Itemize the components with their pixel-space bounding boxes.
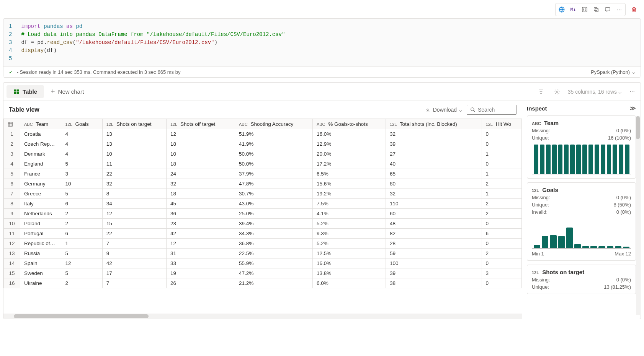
table-row[interactable]: 12Republic of…171236.8%5.2%280 xyxy=(4,239,522,249)
cell: Poland xyxy=(20,219,61,229)
column-header[interactable]: 12L Hit Wo xyxy=(482,119,521,129)
cell: 10 xyxy=(61,179,102,189)
search-input[interactable] xyxy=(478,107,513,113)
cell: 19.2% xyxy=(312,189,386,199)
data-table: ABC Team12L Goals12L Shots on target12L … xyxy=(3,119,522,288)
delete-cell-icon[interactable] xyxy=(629,4,639,15)
more-output-actions-icon[interactable]: ⋯ xyxy=(627,86,637,97)
markdown-toggle-icon[interactable]: M↓ xyxy=(568,4,579,15)
language-picker[interactable]: PySpark (Python) ⌵ xyxy=(591,69,635,75)
cell: 18 xyxy=(166,189,235,199)
cell: 28 xyxy=(386,239,482,249)
more-cell-actions-icon[interactable]: ⋯ xyxy=(614,4,624,15)
cell: 12 xyxy=(102,209,166,219)
table-row[interactable]: 9Netherlands2123625.0%4.1%602 xyxy=(4,209,522,219)
copy-cell-icon[interactable] xyxy=(591,4,602,15)
column-header[interactable]: ABC Team xyxy=(20,119,61,129)
cell: 39 xyxy=(386,139,482,149)
vertical-scrollbar[interactable] xyxy=(636,116,640,315)
cell: 7.5% xyxy=(312,199,386,209)
cell: 3 xyxy=(482,268,521,278)
column-header[interactable]: 12L Total shots (inc. Blocked) xyxy=(386,119,482,129)
success-check-icon: ✓ xyxy=(9,69,13,75)
inspect-card[interactable]: 12L Shots on targetMissing:0 (0%)Unique:… xyxy=(527,265,636,294)
cell: 34.3% xyxy=(235,229,313,239)
code-editor[interactable]: 12345 import pandas as pd# Load data int… xyxy=(3,19,641,67)
svg-rect-4 xyxy=(605,8,610,11)
cell: 41.9% xyxy=(235,139,313,149)
cell: 5.2% xyxy=(312,219,386,229)
cell: 22 xyxy=(102,229,166,239)
cell: Greece xyxy=(20,189,61,199)
cell: 45 xyxy=(166,199,235,209)
table-row[interactable]: 14Spain12423355.9%16.0%1000 xyxy=(4,258,522,268)
cell: 18 xyxy=(166,139,235,149)
cell: 0 xyxy=(482,139,521,149)
tab-table[interactable]: Table xyxy=(7,85,44,98)
table-row[interactable]: 11Portugal6224234.3%9.3%826 xyxy=(4,229,522,239)
table-row[interactable]: 2Czech Rep…4131841.9%12.9%390 xyxy=(4,139,522,149)
cell: 12 xyxy=(166,239,235,249)
search-input-wrapper[interactable] xyxy=(467,105,517,115)
table-row[interactable]: 3Denmark4101050.0%20.0%271 xyxy=(4,149,522,159)
comment-icon[interactable] xyxy=(602,4,613,15)
inspect-card[interactable]: ABC TeamMissing:0 (0%)Unique:16 (100%) xyxy=(527,115,636,179)
inspect-panel: Inspect ≫ ABC TeamMissing:0 (0%)Unique:1… xyxy=(522,101,641,319)
status-text: - Session ready in 14 sec 353 ms. Comman… xyxy=(17,69,181,75)
collapse-inspect-icon[interactable]: ≫ xyxy=(630,105,636,112)
column-header[interactable]: ABC % Goals-to-shots xyxy=(312,119,386,129)
cell: Denmark xyxy=(20,149,61,159)
cell: 8 xyxy=(102,189,166,199)
table-row[interactable]: 6Germany10323247.8%15.6%802 xyxy=(4,179,522,189)
table-row[interactable]: 7Greece581830.7%19.2%321 xyxy=(4,189,522,199)
data-wrangler-icon[interactable] xyxy=(556,4,567,15)
table-row[interactable]: 5France3222437.9%6.5%651 xyxy=(4,169,522,179)
svg-point-9 xyxy=(556,91,558,93)
table-row[interactable]: 16Ukraine272621.2%6.0%380 xyxy=(4,278,522,288)
tab-new-chart[interactable]: + New chart xyxy=(44,85,91,99)
cell: 50.0% xyxy=(235,149,313,159)
cell: 10 xyxy=(102,149,166,159)
cell: 32 xyxy=(166,179,235,189)
cell: 12.9% xyxy=(312,139,386,149)
table-row[interactable]: 8Italy6344543.0%7.5%1102 xyxy=(4,199,522,209)
cell: 3 xyxy=(61,169,102,179)
cell: Russia xyxy=(20,249,61,258)
cell: 4 xyxy=(61,149,102,159)
column-header[interactable]: 12L Shots on target xyxy=(102,119,166,129)
cell: 11 xyxy=(102,159,166,169)
row-index-header[interactable] xyxy=(4,119,20,129)
cell: 2 xyxy=(61,219,102,229)
inspect-card[interactable]: 12L GoalsMissing:0 (0%)Unique:8 (50%)Inv… xyxy=(527,182,636,261)
cell: 0 xyxy=(482,258,521,268)
cell: 0 xyxy=(482,278,521,288)
column-header[interactable]: 12L Goals xyxy=(61,119,102,129)
table-row[interactable]: 13Russia593122.5%12.5%592 xyxy=(4,249,522,258)
cell: 47.2% xyxy=(235,268,313,278)
columns-rows-summary[interactable]: 35 columns, 16 rows ⌵ xyxy=(568,89,621,95)
cell: 6 xyxy=(61,229,102,239)
horizontal-scrollbar[interactable] xyxy=(3,314,522,319)
cell: 48 xyxy=(386,219,482,229)
cell: 15 xyxy=(102,219,166,229)
cell: 55.9% xyxy=(235,258,313,268)
cell: 42 xyxy=(102,258,166,268)
filter-icon[interactable] xyxy=(536,86,546,97)
table-row[interactable]: 15Sweden5171947.2%13.8%393 xyxy=(4,268,522,278)
table-row[interactable]: 10Poland2152339.4%5.2%480 xyxy=(4,219,522,229)
chevron-down-icon: ⌵ xyxy=(632,69,635,75)
cell: 16.0% xyxy=(312,129,386,139)
column-header[interactable]: ABC Shooting Accuracy xyxy=(235,119,313,129)
cell: 1 xyxy=(482,189,521,199)
convert-cell-icon[interactable] xyxy=(579,4,590,15)
cell: 33 xyxy=(166,258,235,268)
download-button[interactable]: Download ⌵ xyxy=(425,107,462,113)
table-row[interactable]: 4England5111850.0%17.2%400 xyxy=(4,159,522,169)
plus-icon: + xyxy=(51,88,55,96)
cell: 80 xyxy=(386,179,482,189)
settings-icon[interactable] xyxy=(552,86,562,97)
cell: 5 xyxy=(61,189,102,199)
column-header[interactable]: 12L Shots off target xyxy=(166,119,235,129)
table-row[interactable]: 1Croatia4131251.9%16.0%320 xyxy=(4,129,522,139)
cell: 60 xyxy=(386,209,482,219)
